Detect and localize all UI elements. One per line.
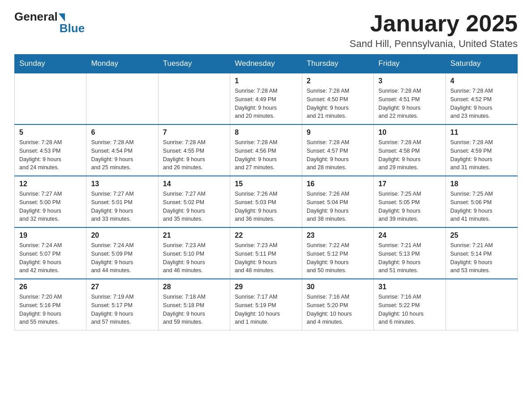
calendar-cell: 29Sunrise: 7:17 AM Sunset: 5:19 PM Dayli… [230,279,302,330]
calendar-cell: 28Sunrise: 7:18 AM Sunset: 5:18 PM Dayli… [158,279,230,330]
day-number: 5 [19,128,82,137]
day-number: 2 [307,77,369,85]
day-number: 3 [378,77,441,85]
day-info: Sunrise: 7:28 AM Sunset: 4:49 PM Dayligh… [235,87,297,120]
day-info: Sunrise: 7:22 AM Sunset: 5:12 PM Dayligh… [307,241,369,275]
calendar-cell: 14Sunrise: 7:27 AM Sunset: 5:02 PM Dayli… [158,176,230,227]
weekday-header: Sunday [15,55,86,73]
calendar-cell: 2Sunrise: 7:28 AM Sunset: 4:50 PM Daylig… [302,73,373,124]
day-number: 25 [450,231,513,240]
weekday-header: Friday [374,55,446,73]
calendar-cell: 22Sunrise: 7:23 AM Sunset: 5:11 PM Dayli… [230,227,302,279]
day-info: Sunrise: 7:26 AM Sunset: 5:04 PM Dayligh… [307,190,369,223]
day-info: Sunrise: 7:16 AM Sunset: 5:20 PM Dayligh… [307,293,369,326]
day-info: Sunrise: 7:23 AM Sunset: 5:10 PM Dayligh… [163,241,225,275]
calendar-cell: 23Sunrise: 7:22 AM Sunset: 5:12 PM Dayli… [302,227,373,279]
day-number: 28 [163,283,225,291]
calendar-table: SundayMondayTuesdayWednesdayThursdayFrid… [14,54,518,330]
calendar-week-row: 19Sunrise: 7:24 AM Sunset: 5:07 PM Dayli… [15,227,518,279]
day-info: Sunrise: 7:17 AM Sunset: 5:19 PM Dayligh… [235,293,297,326]
day-info: Sunrise: 7:25 AM Sunset: 5:05 PM Dayligh… [378,190,441,223]
day-info: Sunrise: 7:19 AM Sunset: 5:17 PM Dayligh… [91,293,153,326]
day-number: 10 [378,128,441,137]
logo-arrow-icon [59,13,65,21]
day-number: 11 [450,128,513,137]
day-number: 7 [163,128,225,137]
day-number: 24 [378,231,441,240]
day-number: 8 [235,128,297,137]
day-number: 26 [19,283,82,291]
calendar-cell: 25Sunrise: 7:21 AM Sunset: 5:14 PM Dayli… [446,227,517,279]
day-number: 16 [307,180,369,188]
calendar-cell: 17Sunrise: 7:25 AM Sunset: 5:05 PM Dayli… [374,176,446,227]
calendar-cell: 21Sunrise: 7:23 AM Sunset: 5:10 PM Dayli… [158,227,230,279]
day-info: Sunrise: 7:24 AM Sunset: 5:07 PM Dayligh… [19,241,82,275]
day-info: Sunrise: 7:24 AM Sunset: 5:09 PM Dayligh… [91,241,153,275]
calendar-week-row: 5Sunrise: 7:28 AM Sunset: 4:53 PM Daylig… [15,124,518,176]
calendar-cell: 19Sunrise: 7:24 AM Sunset: 5:07 PM Dayli… [15,227,86,279]
day-info: Sunrise: 7:21 AM Sunset: 5:14 PM Dayligh… [450,241,513,275]
calendar-cell: 15Sunrise: 7:26 AM Sunset: 5:03 PM Dayli… [230,176,302,227]
calendar-cell: 27Sunrise: 7:19 AM Sunset: 5:17 PM Dayli… [86,279,158,330]
day-info: Sunrise: 7:25 AM Sunset: 5:06 PM Dayligh… [450,190,513,223]
weekday-header: Saturday [446,55,517,73]
day-number: 27 [91,283,153,291]
calendar-cell: 16Sunrise: 7:26 AM Sunset: 5:04 PM Dayli… [302,176,373,227]
day-number: 13 [91,180,153,188]
calendar-cell [15,73,86,124]
calendar-cell: 11Sunrise: 7:28 AM Sunset: 4:59 PM Dayli… [446,124,517,176]
calendar-cell [158,73,230,124]
day-info: Sunrise: 7:16 AM Sunset: 5:22 PM Dayligh… [378,293,441,326]
day-number: 22 [235,231,297,240]
weekday-header: Wednesday [230,55,302,73]
calendar-cell: 6Sunrise: 7:28 AM Sunset: 4:54 PM Daylig… [86,124,158,176]
calendar-cell: 12Sunrise: 7:27 AM Sunset: 5:00 PM Dayli… [15,176,86,227]
day-info: Sunrise: 7:28 AM Sunset: 4:53 PM Dayligh… [19,138,82,172]
calendar-cell: 10Sunrise: 7:28 AM Sunset: 4:58 PM Dayli… [374,124,446,176]
day-number: 29 [235,283,297,291]
calendar-cell [86,73,158,124]
title-block: January 2025 Sand Hill, Pennsylvania, Un… [350,11,518,50]
calendar-cell: 24Sunrise: 7:21 AM Sunset: 5:13 PM Dayli… [374,227,446,279]
day-number: 23 [307,231,369,240]
calendar-cell: 20Sunrise: 7:24 AM Sunset: 5:09 PM Dayli… [86,227,158,279]
day-number: 30 [307,283,369,291]
day-info: Sunrise: 7:28 AM Sunset: 4:59 PM Dayligh… [450,138,513,172]
calendar-week-row: 26Sunrise: 7:20 AM Sunset: 5:16 PM Dayli… [15,279,518,330]
calendar-week-row: 12Sunrise: 7:27 AM Sunset: 5:00 PM Dayli… [15,176,518,227]
day-info: Sunrise: 7:28 AM Sunset: 4:57 PM Dayligh… [307,138,369,172]
calendar-cell: 30Sunrise: 7:16 AM Sunset: 5:20 PM Dayli… [302,279,373,330]
day-number: 18 [450,180,513,188]
location-title: Sand Hill, Pennsylvania, United States [350,38,518,50]
day-info: Sunrise: 7:21 AM Sunset: 5:13 PM Dayligh… [378,241,441,275]
day-info: Sunrise: 7:28 AM Sunset: 4:56 PM Dayligh… [235,138,297,172]
calendar-cell: 7Sunrise: 7:28 AM Sunset: 4:55 PM Daylig… [158,124,230,176]
calendar-cell: 1Sunrise: 7:28 AM Sunset: 4:49 PM Daylig… [230,73,302,124]
day-info: Sunrise: 7:23 AM Sunset: 5:11 PM Dayligh… [235,241,297,275]
calendar-cell: 13Sunrise: 7:27 AM Sunset: 5:01 PM Dayli… [86,176,158,227]
month-title: January 2025 [350,11,518,36]
calendar-cell: 18Sunrise: 7:25 AM Sunset: 5:06 PM Dayli… [446,176,517,227]
calendar-cell [446,279,517,330]
day-info: Sunrise: 7:27 AM Sunset: 5:01 PM Dayligh… [91,190,153,223]
day-number: 17 [378,180,441,188]
calendar-cell: 3Sunrise: 7:28 AM Sunset: 4:51 PM Daylig… [374,73,446,124]
day-number: 15 [235,180,297,188]
calendar-cell: 31Sunrise: 7:16 AM Sunset: 5:22 PM Dayli… [374,279,446,330]
calendar-cell: 26Sunrise: 7:20 AM Sunset: 5:16 PM Dayli… [15,279,86,330]
logo: General General Blue [14,11,85,34]
page-header: General General Blue January 2025 Sand H… [14,11,518,50]
day-number: 19 [19,231,82,240]
calendar-week-row: 1Sunrise: 7:28 AM Sunset: 4:49 PM Daylig… [15,73,518,124]
day-info: Sunrise: 7:27 AM Sunset: 5:02 PM Dayligh… [163,190,225,223]
day-info: Sunrise: 7:20 AM Sunset: 5:16 PM Dayligh… [19,293,82,326]
weekday-header: Monday [86,55,158,73]
logo-blue-text: Blue [58,22,85,34]
day-info: Sunrise: 7:28 AM Sunset: 4:50 PM Dayligh… [307,87,369,120]
day-number: 9 [307,128,369,137]
calendar-cell: 8Sunrise: 7:28 AM Sunset: 4:56 PM Daylig… [230,124,302,176]
day-info: Sunrise: 7:28 AM Sunset: 4:52 PM Dayligh… [450,87,513,120]
day-info: Sunrise: 7:18 AM Sunset: 5:18 PM Dayligh… [163,293,225,326]
day-number: 4 [450,77,513,85]
day-info: Sunrise: 7:27 AM Sunset: 5:00 PM Dayligh… [19,190,82,223]
